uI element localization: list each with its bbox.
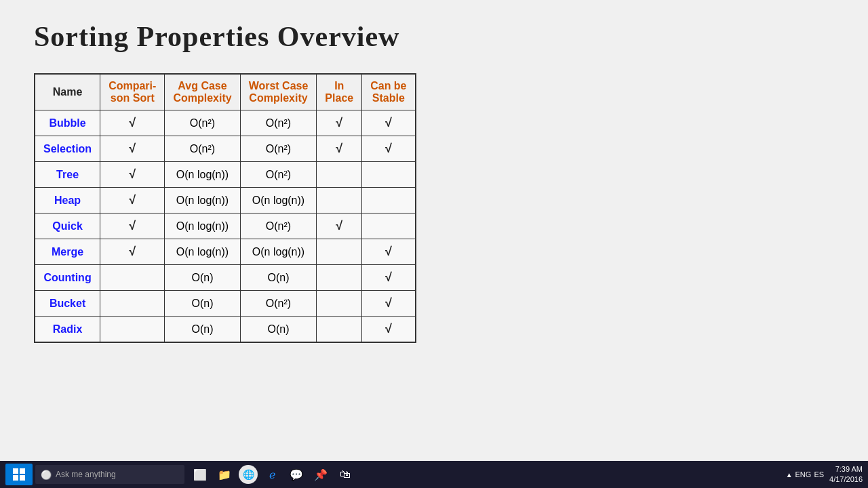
header-name: Name <box>35 74 100 110</box>
cell-worst: O(n²) <box>240 136 317 162</box>
cell-avg: O(n) <box>165 317 240 343</box>
cell-stable <box>362 214 416 239</box>
table-row: Tree√O(n log(n))O(n²) <box>35 162 416 188</box>
sort-name-cell: Selection <box>35 136 100 162</box>
cell-stable: √ <box>362 136 416 162</box>
win-store-icon[interactable]: 🛍 <box>335 465 355 484</box>
table-row: Heap√O(n log(n))O(n log(n)) <box>35 188 416 214</box>
header-worst: Worst CaseComplexity <box>240 74 317 110</box>
cell-stable: √ <box>362 317 416 343</box>
cell-avg: O(n) <box>165 265 240 291</box>
search-placeholder: Ask me anything <box>56 470 116 479</box>
sort-name-cell: Merge <box>35 239 100 265</box>
cell-comparison: √ <box>100 188 165 214</box>
cell-comparison <box>100 265 165 291</box>
table-row: Quick√O(n log(n))O(n²)√ <box>35 214 416 239</box>
cell-inplace <box>317 239 362 265</box>
cell-stable <box>362 188 416 214</box>
main-content: Sorting Properties Overview Name Compari… <box>0 0 868 461</box>
skype-icon[interactable]: 💬 <box>286 465 307 484</box>
table-row: CountingO(n)O(n)√ <box>35 265 416 291</box>
cell-stable: √ <box>362 110 416 136</box>
cell-comparison: √ <box>100 162 165 188</box>
sort-name-cell: Radix <box>35 317 100 343</box>
cell-avg: O(n log(n)) <box>165 239 240 265</box>
tray-region: ES <box>814 470 824 479</box>
sys-tray: ▲ ENG ES <box>786 470 824 479</box>
cell-inplace: √ <box>317 214 362 239</box>
task-view-icon[interactable]: ⬜ <box>190 465 210 484</box>
cell-worst: O(n log(n)) <box>240 188 317 214</box>
svg-rect-0 <box>13 468 18 474</box>
ie-icon[interactable]: ℯ <box>262 465 282 484</box>
taskbar: ⚪ Ask me anything ⬜ 📁 🌐 ℯ 💬 📌 🛍 ▲ ENG ES… <box>0 461 868 488</box>
taskbar-icons: ⬜ 📁 🌐 ℯ 💬 📌 🛍 <box>190 465 355 484</box>
cell-inplace <box>317 291 362 317</box>
svg-rect-1 <box>20 468 25 474</box>
sort-name-cell: Heap <box>35 188 100 214</box>
table-row: RadixO(n)O(n)√ <box>35 317 416 343</box>
svg-rect-3 <box>20 475 25 481</box>
header-inplace: InPlace <box>317 74 362 110</box>
cell-avg: O(n log(n)) <box>165 188 240 214</box>
cell-avg: O(n) <box>165 291 240 317</box>
cell-comparison: √ <box>100 110 165 136</box>
chrome-icon[interactable]: 🌐 <box>239 465 258 484</box>
table-row: Bubble√O(n²)O(n²)√√ <box>35 110 416 136</box>
sort-name-cell: Quick <box>35 214 100 239</box>
svg-rect-2 <box>13 475 18 481</box>
cell-comparison: √ <box>100 214 165 239</box>
taskbar-right: ▲ ENG ES 7:39 AM 4/17/2016 <box>786 464 863 485</box>
cell-inplace <box>317 265 362 291</box>
cell-avg: O(n²) <box>165 136 240 162</box>
cell-inplace <box>317 188 362 214</box>
tray-arrow[interactable]: ▲ <box>786 471 793 479</box>
sort-name-cell: Bucket <box>35 291 100 317</box>
clock-time: 7:39 AM <box>829 464 863 474</box>
cell-avg: O(n log(n)) <box>165 162 240 188</box>
cell-worst: O(n²) <box>240 110 317 136</box>
clock: 7:39 AM 4/17/2016 <box>829 464 863 485</box>
cell-inplace <box>317 162 362 188</box>
cell-stable: √ <box>362 265 416 291</box>
cell-worst: O(n) <box>240 317 317 343</box>
cell-comparison: √ <box>100 239 165 265</box>
cell-worst: O(n²) <box>240 162 317 188</box>
cell-inplace: √ <box>317 136 362 162</box>
cell-worst: O(n²) <box>240 291 317 317</box>
sort-name-cell: Tree <box>35 162 100 188</box>
taskbar-search[interactable]: ⚪ Ask me anything <box>35 465 184 484</box>
clock-date: 4/17/2016 <box>829 474 863 485</box>
table-header-row: Name Compari-son Sort Avg CaseComplexity… <box>35 74 416 110</box>
sorting-table: Name Compari-son Sort Avg CaseComplexity… <box>34 73 416 343</box>
pin-icon[interactable]: 📌 <box>311 465 331 484</box>
cell-comparison: √ <box>100 136 165 162</box>
table-row: BucketO(n)O(n²)√ <box>35 291 416 317</box>
cell-avg: O(n log(n)) <box>165 214 240 239</box>
cell-stable: √ <box>362 291 416 317</box>
tray-lang: ENG <box>795 470 812 479</box>
start-button[interactable] <box>5 464 33 485</box>
cell-stable <box>362 162 416 188</box>
table-wrapper: Name Compari-son Sort Avg CaseComplexity… <box>34 73 416 343</box>
header-comparison: Compari-son Sort <box>100 74 165 110</box>
cell-avg: O(n²) <box>165 110 240 136</box>
cell-comparison <box>100 291 165 317</box>
header-stable: Can beStable <box>362 74 416 110</box>
cell-stable: √ <box>362 239 416 265</box>
header-avg: Avg CaseComplexity <box>165 74 240 110</box>
cell-inplace: √ <box>317 110 362 136</box>
cell-comparison <box>100 317 165 343</box>
sort-name-cell: Counting <box>35 265 100 291</box>
file-explorer-icon[interactable]: 📁 <box>214 465 235 484</box>
cell-inplace <box>317 317 362 343</box>
table-row: Merge√O(n log(n))O(n log(n))√ <box>35 239 416 265</box>
page-title: Sorting Properties Overview <box>34 20 834 53</box>
cell-worst: O(n²) <box>240 214 317 239</box>
sort-name-cell: Bubble <box>35 110 100 136</box>
cell-worst: O(n log(n)) <box>240 239 317 265</box>
cell-worst: O(n) <box>240 265 317 291</box>
table-row: Selection√O(n²)O(n²)√√ <box>35 136 416 162</box>
